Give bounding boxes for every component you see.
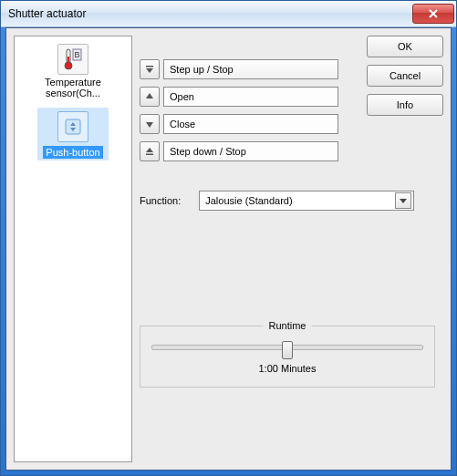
action-open[interactable]: Open — [140, 87, 338, 107]
sidebar-item-push-button[interactable]: Push-button — [18, 108, 128, 160]
ok-button[interactable]: OK — [367, 36, 443, 57]
function-label: Function: — [140, 195, 181, 206]
action-label[interactable]: Step down / Stop — [163, 141, 338, 161]
action-label[interactable]: Close — [163, 114, 338, 134]
step-up-icon[interactable] — [140, 59, 160, 79]
thermometer-icon: B — [57, 44, 88, 75]
runtime-value: 1:00 Minutes — [140, 363, 434, 374]
action-step-up[interactable]: Step up / Stop — [140, 59, 338, 79]
runtime-title: Runtime — [264, 320, 312, 331]
slider-thumb[interactable] — [282, 341, 293, 359]
push-button-icon — [57, 111, 88, 142]
runtime-group: Runtime 1:00 Minutes — [140, 326, 435, 388]
sidebar-item-temperature-sensor[interactable]: B Temperature sensor(Ch... — [18, 44, 128, 98]
info-button[interactable]: Info — [367, 94, 443, 116]
action-label[interactable]: Step up / Stop — [163, 59, 338, 79]
device-sidebar: B Temperature sensor(Ch... — [14, 36, 132, 462]
function-row: Function: Jalousie (Standard) — [140, 191, 443, 211]
dialog-buttons: OK Cancel Info — [367, 36, 443, 116]
action-step-down[interactable]: Step down / Stop — [140, 141, 338, 161]
step-down-icon[interactable] — [140, 141, 160, 161]
window-border: B Temperature sensor(Ch... — [1, 27, 456, 475]
chevron-down-icon[interactable] — [395, 192, 411, 209]
dialog-window: Shutter actuator B Temp — [0, 0, 457, 476]
svg-rect-6 — [146, 66, 153, 67]
close-icon — [429, 9, 438, 18]
close-button[interactable] — [412, 4, 454, 24]
window-title: Shutter actuator — [8, 7, 412, 20]
content-area: OK Cancel Info Step up / Stop — [140, 36, 443, 462]
arrow-up-icon[interactable] — [140, 87, 160, 107]
svg-point-4 — [65, 62, 72, 69]
sidebar-item-label: Temperature sensor(Ch... — [18, 77, 128, 98]
svg-rect-5 — [66, 119, 80, 134]
cancel-button[interactable]: Cancel — [367, 65, 443, 87]
action-label[interactable]: Open — [163, 87, 338, 107]
svg-rect-7 — [146, 154, 153, 156]
sidebar-item-label: Push-button — [43, 146, 102, 159]
actions-group: Step up / Stop Open Close — [140, 59, 338, 169]
svg-text:B: B — [74, 50, 79, 59]
function-combobox[interactable]: Jalousie (Standard) — [199, 191, 414, 211]
arrow-down-icon[interactable] — [140, 114, 160, 134]
action-close[interactable]: Close — [140, 114, 338, 134]
client-area: B Temperature sensor(Ch... — [5, 27, 452, 471]
title-bar[interactable]: Shutter actuator — [1, 1, 456, 27]
function-value: Jalousie (Standard) — [205, 195, 292, 206]
runtime-slider[interactable] — [151, 345, 423, 350]
